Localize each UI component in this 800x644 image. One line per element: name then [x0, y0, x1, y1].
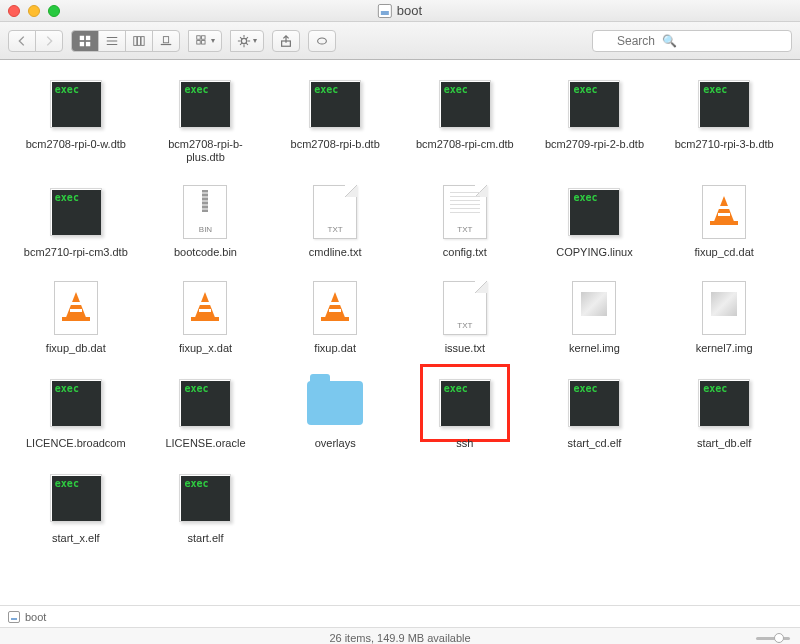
close-window-button[interactable]: [8, 5, 20, 17]
exec-icon: [562, 186, 626, 238]
file-label: kernel.img: [569, 342, 620, 355]
file-item[interactable]: start_x.elf: [16, 468, 136, 545]
search-field: 🔍: [592, 30, 792, 52]
file-icon-wrap: [688, 278, 760, 338]
svg-rect-11: [202, 40, 206, 44]
file-grid: bcm2708-rpi-0-w.dtbbcm2708-rpi-b-plus.dt…: [16, 74, 784, 545]
file-label: bcm2708-rpi-cm.dtb: [416, 138, 514, 151]
file-label: bcm2710-rpi-cm3.dtb: [24, 246, 128, 259]
zoom-window-button[interactable]: [48, 5, 60, 17]
vlc-cone-icon: [44, 282, 108, 334]
file-item[interactable]: config.txt: [405, 182, 525, 259]
file-item[interactable]: bcm2708-rpi-0-w.dtb: [16, 74, 136, 164]
svg-rect-0: [80, 35, 84, 39]
toolbar: ▾ ▾ 🔍: [0, 22, 800, 60]
vlc-cone-icon: [692, 186, 756, 238]
action-group: ▾: [230, 30, 264, 52]
vlc-cone-icon: [173, 282, 237, 334]
volume-icon: [378, 4, 392, 18]
exec-icon: [44, 377, 108, 429]
file-item[interactable]: ssh: [405, 373, 525, 450]
file-icon-wrap: [429, 278, 501, 338]
slider-thumb[interactable]: [774, 633, 784, 643]
columns-icon: [132, 34, 146, 48]
pathbar-volume[interactable]: boot: [25, 611, 46, 623]
file-icon-wrap: [558, 278, 630, 338]
exec-icon: [44, 472, 108, 524]
arrange-button[interactable]: ▾: [188, 30, 222, 52]
back-button[interactable]: [8, 30, 36, 52]
file-icon-wrap: [40, 74, 112, 134]
file-label: bcm2708-rpi-0-w.dtb: [26, 138, 126, 151]
file-icon-wrap: [40, 468, 112, 528]
icon-view-button[interactable]: [71, 30, 99, 52]
list-view-button[interactable]: [98, 30, 126, 52]
file-icon-wrap: [169, 468, 241, 528]
exec-icon: [173, 377, 237, 429]
minimize-window-button[interactable]: [28, 5, 40, 17]
file-item[interactable]: bcm2708-rpi-cm.dtb: [405, 74, 525, 164]
exec-icon: [173, 78, 237, 130]
action-button[interactable]: ▾: [230, 30, 264, 52]
file-item[interactable]: fixup_db.dat: [16, 278, 136, 355]
file-item[interactable]: overlays: [275, 373, 395, 450]
file-item[interactable]: COPYING.linux: [535, 182, 655, 259]
file-item[interactable]: start.elf: [146, 468, 266, 545]
file-item[interactable]: bcm2709-rpi-2-b.dtb: [535, 74, 655, 164]
file-label: LICENCE.broadcom: [26, 437, 126, 450]
file-icon-wrap: BIN: [169, 182, 241, 242]
exec-icon: [562, 377, 626, 429]
file-icon-wrap: [299, 182, 371, 242]
file-item[interactable]: LICENCE.broadcom: [16, 373, 136, 450]
file-label: start_db.elf: [697, 437, 751, 450]
file-item[interactable]: fixup.dat: [275, 278, 395, 355]
search-input[interactable]: [592, 30, 792, 52]
file-item[interactable]: kernel7.img: [664, 278, 784, 355]
file-label: start_x.elf: [52, 532, 100, 545]
exec-icon: [692, 377, 756, 429]
file-label: bcm2708-rpi-b.dtb: [291, 138, 380, 151]
file-icon-wrap: [429, 373, 501, 433]
coverflow-view-button[interactable]: [152, 30, 180, 52]
txt-file-icon: [433, 186, 497, 238]
chevron-right-icon: [42, 34, 56, 48]
file-icon-wrap: [299, 74, 371, 134]
file-item[interactable]: fixup_cd.dat: [664, 182, 784, 259]
status-text: 26 items, 149.9 MB available: [329, 632, 470, 644]
file-icon-wrap: [688, 182, 760, 242]
tag-icon: [315, 34, 329, 48]
tags-button[interactable]: [308, 30, 336, 52]
file-item[interactable]: bcm2710-rpi-cm3.dtb: [16, 182, 136, 259]
file-item[interactable]: bcm2710-rpi-3-b.dtb: [664, 74, 784, 164]
share-button[interactable]: [272, 30, 300, 52]
file-item[interactable]: issue.txt: [405, 278, 525, 355]
file-label: cmdline.txt: [309, 246, 362, 259]
file-item[interactable]: bcm2708-rpi-b-plus.dtb: [146, 74, 266, 164]
coverflow-icon: [159, 34, 173, 48]
svg-rect-9: [202, 35, 206, 39]
file-item[interactable]: kernel.img: [535, 278, 655, 355]
file-item[interactable]: bcm2708-rpi-b.dtb: [275, 74, 395, 164]
view-mode-buttons: [71, 30, 180, 52]
file-item[interactable]: start_cd.elf: [535, 373, 655, 450]
file-item[interactable]: cmdline.txt: [275, 182, 395, 259]
volume-icon: [8, 611, 20, 623]
file-item[interactable]: LICENSE.oracle: [146, 373, 266, 450]
file-grid-container[interactable]: bcm2708-rpi-0-w.dtbbcm2708-rpi-b-plus.dt…: [0, 60, 800, 605]
icon-size-slider[interactable]: [756, 637, 790, 640]
titlebar: boot: [0, 0, 800, 22]
file-label: kernel7.img: [696, 342, 753, 355]
forward-button[interactable]: [35, 30, 63, 52]
file-icon-wrap: [558, 182, 630, 242]
exec-icon: [562, 78, 626, 130]
exec-icon: [173, 472, 237, 524]
vlc-cone-icon: [303, 282, 367, 334]
list-icon: [105, 34, 119, 48]
svg-point-14: [318, 37, 327, 43]
file-item[interactable]: start_db.elf: [664, 373, 784, 450]
svg-rect-4: [134, 36, 137, 45]
file-item[interactable]: BINbootcode.bin: [146, 182, 266, 259]
file-item[interactable]: fixup_x.dat: [146, 278, 266, 355]
column-view-button[interactable]: [125, 30, 153, 52]
file-label: COPYING.linux: [556, 246, 632, 259]
